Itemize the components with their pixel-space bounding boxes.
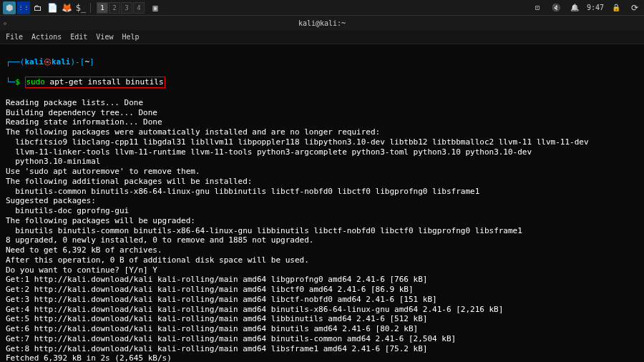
workspace-3[interactable]: 3 (121, 2, 132, 14)
output-line: Use 'sudo apt autoremove' to remove them… (6, 167, 638, 177)
terminal-menubar: File Actions Edit View Help (0, 30, 644, 44)
menu-view[interactable]: View (96, 33, 113, 41)
output-line: binutils-doc gprofng-gui (6, 206, 638, 216)
output-line: The following packages will be upgraded: (6, 216, 638, 226)
menu-help[interactable]: Help (122, 33, 139, 41)
output-line: Get:8 http://kali.download/kali kali-rol… (6, 344, 638, 354)
prompt-at: ㉿ (44, 57, 52, 67)
prompt-user: kali (25, 57, 44, 67)
output-line: Reading package lists... Done (6, 98, 638, 108)
prompt-decorator: ┌──( (6, 57, 25, 67)
output-line: Get:6 http://kali.download/kali kali-rol… (6, 324, 638, 334)
terminal-launcher-icon[interactable]: $_ (74, 1, 87, 14)
prompt-path: ~ (84, 57, 89, 67)
output-line: Fetched 6,392 kB in 2s (2,645 kB/s) (6, 353, 638, 362)
window-controls: ∘ (3, 19, 7, 27)
prompt-line-2: └─$ sudo apt-get install binutils (6, 77, 638, 88)
output-line: llvm-11-linker-tools llvm-11-runtime llv… (6, 147, 638, 157)
output-line: Building dependency tree... Done (6, 108, 638, 118)
output-line: Get:2 http://kali.download/kali kali-rol… (6, 285, 638, 295)
cmd-rest: apt-get install binutils (45, 77, 164, 87)
cmd-sudo: sudo (26, 77, 46, 87)
lock-icon[interactable] (610, 1, 623, 14)
prompt-end: ] (89, 57, 94, 67)
output-line: Need to get 6,392 kB of archives. (6, 245, 638, 255)
terminal-output: Reading package lists... DoneBuilding de… (6, 98, 638, 362)
prompt-line-1: ┌──(kali㉿kali)-[~] (6, 57, 638, 67)
output-line: The following packages were automaticall… (6, 127, 638, 137)
window-title: kali@kali:~ (298, 19, 346, 27)
power-icon[interactable] (628, 1, 641, 14)
output-line: Get:3 http://kali.download/kali kali-rol… (6, 295, 638, 305)
output-line: Get:4 http://kali.download/kali kali-rol… (6, 305, 638, 315)
workspace-1[interactable]: 1 (97, 2, 108, 14)
taskbar: ⬢ ⋮⋮ 🗀 📄 🦊 $_ 1 2 3 4 ▣ 9:47 (0, 0, 644, 16)
output-line: binutils binutils-common binutils-x86-64… (6, 226, 638, 236)
files-icon[interactable]: 🗀 (31, 1, 44, 14)
usb-icon[interactable] (531, 1, 544, 14)
clock[interactable]: 9:47 (587, 4, 604, 11)
prompt-dollar: $ (15, 77, 20, 87)
kali-menu-icon[interactable]: ⬢ (3, 1, 16, 14)
output-line: Get:1 http://kali.download/kali kali-rol… (6, 275, 638, 285)
output-line: After this operation, 0 B of additional … (6, 255, 638, 265)
command-highlight-box: sudo apt-get install binutils (25, 77, 165, 88)
window-titlebar: ∘ kali@kali:~ (0, 16, 644, 30)
output-line: python3.10-minimal (6, 157, 638, 167)
terminal-body[interactable]: ┌──(kali㉿kali)-[~] └─$ sudo apt-get inst… (0, 44, 644, 362)
output-line: Get:5 http://kali.download/kali kali-rol… (6, 314, 638, 324)
output-line: binutils-common binutils-x86-64-linux-gn… (6, 187, 638, 197)
output-line: The following additional packages will b… (6, 177, 638, 187)
notifications-icon[interactable] (568, 1, 581, 14)
output-line: Suggested packages: (6, 196, 638, 206)
output-line: Do you want to continue? [Y/n] Y (6, 265, 638, 275)
sound-icon[interactable] (550, 1, 562, 14)
menu-actions[interactable]: Actions (31, 33, 62, 41)
terminal-taskbar-icon[interactable]: ▣ (149, 1, 162, 14)
output-line: Reading state information... Done (6, 117, 638, 127)
taskbar-right: 9:47 (531, 1, 641, 14)
taskbar-left: ⬢ ⋮⋮ 🗀 📄 🦊 $_ 1 2 3 4 ▣ (3, 1, 162, 14)
workspace-4[interactable]: 4 (133, 2, 145, 14)
output-line: Get:7 http://kali.download/kali kali-rol… (6, 334, 638, 344)
output-line: 8 upgraded, 0 newly installed, 0 to remo… (6, 235, 638, 245)
prompt-host: kali (52, 57, 71, 67)
workspace-2[interactable]: 2 (109, 2, 120, 14)
app-icon[interactable]: ⋮⋮ (17, 1, 30, 14)
separator (90, 3, 91, 13)
menu-dot-icon[interactable]: ∘ (3, 19, 7, 27)
prompt-line2-decorator: └─ (6, 77, 15, 87)
firefox-icon[interactable]: 🦊 (60, 1, 73, 14)
prompt-close: )-[ (71, 57, 85, 67)
menu-edit[interactable]: Edit (70, 33, 87, 41)
menu-file[interactable]: File (6, 33, 23, 41)
text-editor-icon[interactable]: 📄 (46, 1, 59, 14)
output-line: libcfitsio9 libclang-cpp11 libgdal31 lib… (6, 137, 638, 147)
workspace-switcher: 1 2 3 4 (97, 2, 145, 14)
